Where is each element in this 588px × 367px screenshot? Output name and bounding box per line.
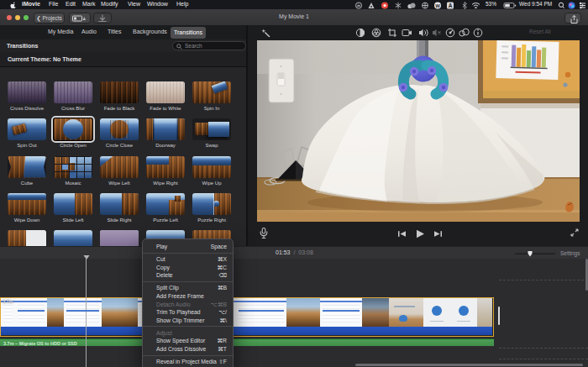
svg-text:W: W — [435, 3, 440, 8]
svg-text:A: A — [449, 3, 453, 8]
